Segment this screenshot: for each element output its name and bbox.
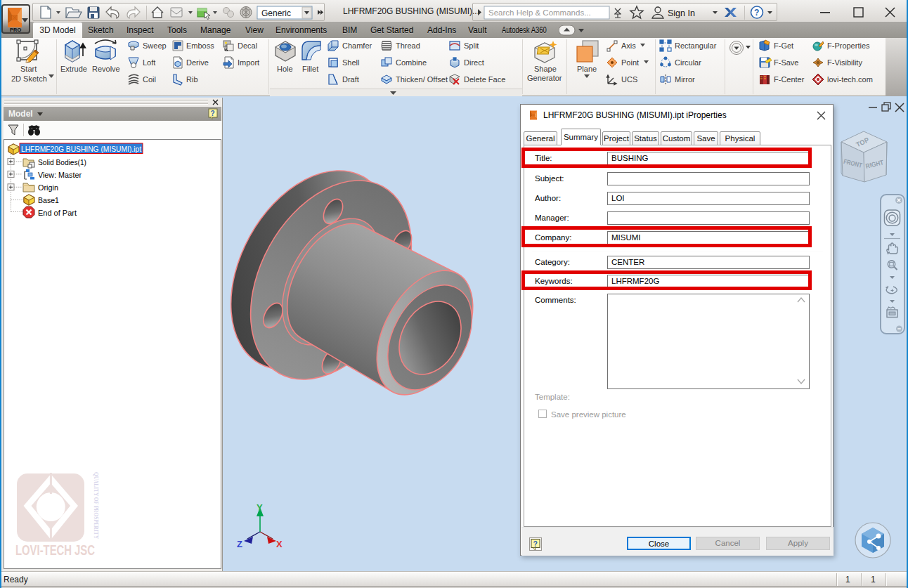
svg-text:Split: Split <box>464 41 479 50</box>
svg-text:Loft: Loft <box>143 58 155 67</box>
svg-text:Import: Import <box>238 58 259 67</box>
svg-text:F-Properties: F-Properties <box>827 41 870 50</box>
svg-text:Hole: Hole <box>277 65 293 73</box>
svg-text:Extrude: Extrude <box>60 65 87 73</box>
svg-text:Coil: Coil <box>143 75 156 84</box>
svg-text:2D Sketch: 2D Sketch <box>11 74 47 83</box>
svg-text:UCS: UCS <box>621 75 637 84</box>
svg-text:Sign In: Sign In <box>668 8 695 18</box>
svg-text:lovi-tech.com: lovi-tech.com <box>827 75 873 84</box>
svg-text:Mirror: Mirror <box>675 75 695 84</box>
svg-text:Generator: Generator <box>527 74 562 82</box>
svg-text:F-Save: F-Save <box>774 58 798 67</box>
svg-text:Thread: Thread <box>396 41 420 50</box>
svg-text:F-Visibility: F-Visibility <box>827 58 862 67</box>
svg-text:?: ? <box>754 8 759 18</box>
svg-text:Shape: Shape <box>534 65 557 73</box>
svg-text:Decal: Decal <box>238 41 257 50</box>
svg-text:Plane: Plane <box>577 65 597 73</box>
svg-text:PRO: PRO <box>10 27 21 32</box>
svg-text:Delete Face: Delete Face <box>464 75 505 84</box>
svg-text:LHFRMF20G BUSHING (MISUMI).ipt: LHFRMF20G BUSHING (MISUMI).ipt <box>21 145 142 153</box>
svg-text:Solid Bodies(1): Solid Bodies(1) <box>38 158 86 166</box>
svg-text:Thicken/ Offset: Thicken/ Offset <box>396 75 448 84</box>
svg-text:Chamfer: Chamfer <box>342 41 372 50</box>
svg-text:Search Help & Commands...: Search Help & Commands... <box>488 8 591 17</box>
svg-text:Fillet: Fillet <box>302 65 318 73</box>
svg-text:LOVI-TECH JSC: LOVI-TECH JSC <box>15 542 95 558</box>
svg-text:Z: Z <box>237 539 242 549</box>
svg-text:Revolve: Revolve <box>92 65 120 73</box>
svg-text:Sweep: Sweep <box>143 41 167 50</box>
svg-text:X: X <box>276 539 283 549</box>
svg-text:Origin: Origin <box>38 183 58 192</box>
svg-text:Rectangular: Rectangular <box>675 41 717 50</box>
svg-text:Point: Point <box>621 58 639 67</box>
svg-text:Direct: Direct <box>464 58 484 67</box>
svg-text:Combine: Combine <box>396 58 427 67</box>
svg-text:End of Part: End of Part <box>38 209 77 217</box>
svg-text:View: Master: View: Master <box>38 171 82 179</box>
svg-text:F-Get: F-Get <box>774 41 793 50</box>
svg-text:Y: Y <box>257 502 263 513</box>
svg-text:Axis: Axis <box>621 41 636 50</box>
svg-text:Generic: Generic <box>261 8 291 18</box>
svg-text:Circular: Circular <box>675 58 701 67</box>
svg-text:QUALITY OF PROSPERITY: QUALITY OF PROSPERITY <box>93 472 100 539</box>
svg-text:?: ? <box>211 110 215 117</box>
svg-text:Start: Start <box>20 65 37 73</box>
svg-text:Draft: Draft <box>342 75 359 84</box>
svg-text:Rib: Rib <box>186 75 198 84</box>
svg-text:Shell: Shell <box>342 58 359 67</box>
svg-text:Base1: Base1 <box>38 196 59 204</box>
svg-text:Derive: Derive <box>186 58 209 67</box>
svg-text:Emboss: Emboss <box>186 41 214 50</box>
svg-text:F-Center: F-Center <box>774 75 805 84</box>
svg-text:?: ? <box>533 540 538 548</box>
